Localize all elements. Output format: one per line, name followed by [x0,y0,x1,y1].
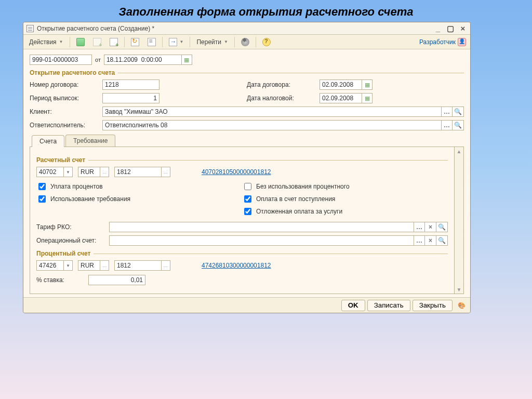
ref-search-button[interactable]: 🔍 [436,235,448,246]
executor-label: Ответисполнитель: [30,122,102,129]
op-acct-label: Операционный счет: [36,237,109,244]
tb-save-icon[interactable] [73,36,88,48]
ref-search-button[interactable]: 🔍 [436,222,448,232]
close-button[interactable]: × [459,24,467,33]
no-percent-check[interactable]: Без использования процентного [242,181,448,192]
calendar-icon[interactable]: ▦ [362,79,373,90]
settlement-full-number-link[interactable]: 40702810500000001812 [202,168,271,176]
toolbar: Действия▼ ▼ Перейти▼ Разработчик [23,35,470,49]
ok-button[interactable]: OK [341,300,365,311]
goto-menu[interactable]: Перейти▼ [193,36,231,48]
save-button[interactable]: Записать [367,300,410,311]
actions-menu[interactable]: Действия▼ [25,36,67,48]
client-label: Клиент: [30,108,102,115]
ref-clear-button[interactable]: × [425,222,436,232]
rate-input[interactable] [88,275,145,285]
contract-no-input[interactable] [102,79,159,90]
pay-on-receipt-check[interactable]: Оплата в счет поступления [242,194,448,204]
scroll-down-icon[interactable]: ▼ [455,285,463,294]
open-section-title: Открытие расчетного счета [30,69,464,76]
contract-date-input[interactable] [320,79,362,90]
user-icon [458,38,466,46]
document-icon [26,25,34,32]
ref-lookup-button[interactable]: … [100,167,109,177]
developer-link[interactable]: Разработчик [417,38,468,46]
settlement-code-input[interactable] [36,167,63,177]
ref-lookup-button[interactable]: … [100,260,109,271]
scrollbar[interactable]: ▲ ▼ [455,147,464,294]
tb-new-icon[interactable] [106,36,122,48]
app-window: Открытие расчетного счета (Создание) * _… [23,22,471,313]
rate-label: % ставка: [36,276,88,284]
chevron-down-icon[interactable]: ▼ [63,260,73,271]
window-controls: _ ▢ × [434,24,467,33]
tariff-input[interactable] [109,222,414,232]
ref-lookup-button[interactable]: … [441,120,453,130]
tb-post-icon[interactable] [89,36,105,48]
chevron-down-icon: ▼ [180,39,184,44]
chevron-down-icon[interactable]: ▼ [63,167,73,177]
slide-title: Заполненная форма открытия расчетного сч… [0,0,532,22]
ref-lookup-button[interactable]: … [161,167,170,177]
tb-refresh-icon[interactable] [127,36,143,48]
percent-code-input[interactable] [36,260,63,271]
period-label: Период выписок: [30,95,102,102]
tariff-label: Тариф РКО: [36,223,109,231]
period-input[interactable] [102,93,159,103]
date-from-label: от [95,57,101,63]
scroll-up-icon[interactable]: ▲ [455,147,463,155]
tab-accounts[interactable]: Счета [32,135,64,147]
ref-clear-button[interactable]: × [425,235,436,246]
chevron-down-icon: ▼ [224,39,228,44]
percent-number-input[interactable] [114,260,161,271]
footer: OK Записать Закрыть 🎨 [23,297,470,313]
tb-help-icon[interactable] [259,36,274,48]
pay-interest-check[interactable]: Уплата процентов [36,181,242,192]
percent-title: Процентный счет [36,250,448,257]
ref-lookup-button[interactable]: … [414,235,425,246]
executor-input[interactable] [102,120,441,130]
minimize-button[interactable]: _ [434,24,442,33]
percent-currency-input[interactable] [78,260,100,271]
maximize-button[interactable]: ▢ [446,24,455,33]
deferred-pay-check[interactable]: Отложенная оплата за услуги [242,206,448,217]
tab-requirement[interactable]: Требование [65,135,115,147]
palette-icon[interactable]: 🎨 [457,301,466,310]
ref-search-button[interactable]: 🔍 [453,107,464,117]
percent-full-number-link[interactable]: 47426810300000001812 [202,262,271,269]
ref-lookup-button[interactable]: … [441,107,453,117]
settlement-currency-input[interactable] [78,167,100,177]
ref-search-button[interactable]: 🔍 [453,120,464,130]
window-title: Открытие расчетного счета (Создание) * [37,25,154,32]
tax-date-label: Дата налоговой: [247,95,320,102]
close-window-button[interactable]: Закрыть [413,300,453,311]
use-requirement-check[interactable]: Использование требования [36,194,242,204]
settlement-number-input[interactable] [114,167,161,177]
ref-lookup-button[interactable]: … [414,222,425,232]
doc-number-input[interactable] [30,55,92,65]
tb-template-icon[interactable] [144,36,159,48]
chevron-down-icon: ▼ [59,39,63,44]
doc-date-input[interactable] [104,55,182,65]
contract-no-label: Номер договора: [30,81,102,88]
tb-export-icon[interactable]: ▼ [165,36,188,48]
op-acct-input[interactable] [109,235,414,246]
ref-lookup-button[interactable]: … [161,260,170,271]
contract-date-label: Дата договора: [247,81,320,88]
calendar-icon[interactable]: ▦ [362,93,373,103]
client-input[interactable] [102,107,441,117]
titlebar: Открытие расчетного счета (Создание) * _… [23,22,470,35]
tax-date-input[interactable] [320,93,362,103]
calendar-icon[interactable]: ▦ [182,55,192,65]
settlement-title: Расчетный счет [36,156,448,164]
tb-settings-icon[interactable] [237,36,253,48]
